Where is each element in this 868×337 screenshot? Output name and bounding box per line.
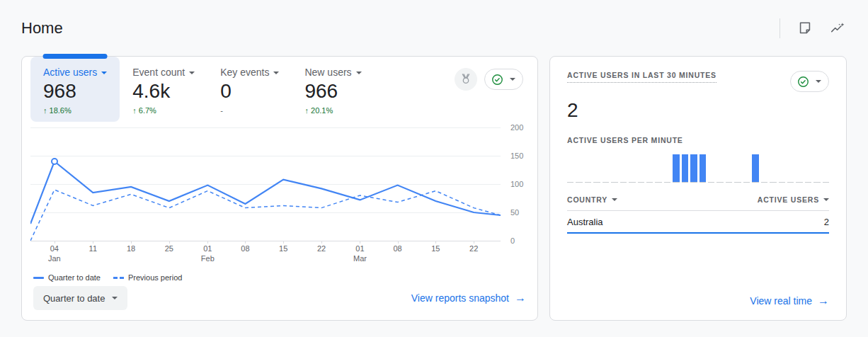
x-tick-label: 18 [127, 244, 135, 253]
x-tick-label: 11 [89, 244, 97, 253]
active-users-column-header[interactable]: ACTIVE USERS [758, 195, 829, 204]
header: Home [0, 0, 868, 44]
overview-card: Active users968↑ 18.6%Event count4.6k↑ 6… [21, 56, 538, 321]
y-tick-0: 0 [510, 236, 515, 245]
series-dashed [30, 190, 501, 241]
minute-slot-23 [770, 154, 776, 183]
x-tick-text: 22 [469, 244, 478, 253]
metric-label: Key events [220, 67, 279, 78]
active-users-chart: 200150100500 04Jan11182501Feb08152201Mar… [30, 127, 527, 282]
chevron-down-icon [112, 297, 118, 302]
minute-bar [673, 154, 679, 182]
x-tick-text: 15 [279, 244, 287, 253]
view-real-time-link[interactable]: View real time→ [750, 295, 829, 307]
minute-slot-3 [593, 154, 600, 183]
legend-label: Previous period [128, 273, 182, 282]
table-row: Australia2 [567, 211, 829, 234]
minute-slot-19 [734, 154, 741, 183]
x-tick-text: 08 [241, 244, 249, 253]
x-tick-label: 01Feb [201, 244, 215, 264]
data-point-marker [51, 158, 58, 165]
minute-slot-29 [823, 154, 829, 183]
x-tick-text: 01 [353, 244, 367, 253]
metric-label: Event count [132, 67, 195, 78]
series-solid [30, 161, 501, 224]
check-circle-icon [796, 75, 810, 88]
country-row: Australia2 [567, 211, 829, 232]
minute-slot-26 [796, 154, 802, 183]
arrow-right-icon: → [818, 295, 829, 307]
minute-bar [699, 154, 706, 182]
data-quality-button[interactable] [484, 69, 523, 90]
realtime-card: ACTIVE USERS IN LAST 30 MINUTES 2 ACTIVE… [549, 56, 847, 321]
solid-line-swatch [33, 277, 44, 279]
minute-slot-17 [716, 154, 723, 183]
chevron-down-icon [189, 72, 195, 77]
minute-slot-8 [638, 154, 644, 183]
x-tick-text: 01 [201, 244, 215, 253]
active-users-30min-value: 2 [567, 99, 829, 122]
metric-card-event-count[interactable]: Event count4.6k↑ 6.7% [120, 57, 207, 122]
minute-slot-0 [567, 154, 573, 183]
view-reports-snapshot-link[interactable]: View reports snapshot→ [411, 292, 526, 304]
insights-icon[interactable] [828, 19, 847, 38]
x-tick-text: 18 [127, 244, 135, 253]
metric-delta: - [220, 106, 279, 115]
minute-slot-15 [699, 154, 706, 183]
y-tick-50: 50 [510, 208, 519, 217]
legend-item-solid: Quarter to date [33, 273, 101, 282]
x-tick-label: 22 [469, 244, 478, 253]
per-minute-label: ACTIVE USERS PER MINUTE [567, 136, 829, 144]
x-tick-text: 04 [48, 244, 61, 253]
x-tick-label: 15 [279, 244, 287, 253]
x-tick-text: 08 [393, 244, 401, 253]
minute-slot-27 [805, 154, 811, 183]
x-tick-label: 04Jan [48, 244, 61, 264]
minute-slot-11 [664, 154, 670, 183]
minute-slot-13 [682, 154, 688, 183]
minute-slot-20 [743, 154, 750, 183]
minute-slot-9 [646, 154, 653, 183]
minute-slot-5 [611, 154, 617, 183]
minute-slot-16 [708, 154, 714, 183]
x-tick-label: 22 [317, 244, 326, 253]
legend-item-dashed: Previous period [113, 273, 182, 282]
metric-label: Active users [43, 67, 107, 78]
x-tick-text: Mar [353, 253, 367, 263]
country-column-header[interactable]: COUNTRY [567, 195, 617, 204]
minute-slot-2 [585, 154, 591, 183]
chevron-down-icon [510, 78, 515, 84]
country-row-bar [567, 232, 829, 234]
x-tick-text: 11 [89, 244, 97, 253]
home-dashboard: Active users968↑ 18.6%Event count4.6k↑ 6… [0, 44, 868, 321]
x-tick-label: 25 [165, 244, 173, 253]
minute-slot-7 [629, 154, 635, 183]
country-name: Australia [567, 217, 603, 227]
minute-slot-14 [690, 154, 697, 183]
country-active-users: 2 [824, 217, 829, 227]
metric-card-key-events[interactable]: Key events0- [207, 57, 292, 122]
minute-bar [752, 154, 758, 182]
y-tick-100: 100 [510, 180, 523, 188]
minute-slot-22 [761, 154, 767, 183]
notes-icon[interactable] [796, 19, 814, 38]
metric-card-active-users[interactable]: Active users968↑ 18.6% [30, 57, 120, 122]
data-quality-button[interactable] [790, 71, 829, 92]
chevron-down-icon [356, 72, 362, 77]
y-axis-labels: 200150100500 [501, 127, 527, 241]
chevron-down-icon [612, 198, 617, 204]
x-tick-text: Jan [48, 253, 61, 263]
realtime-country-table: COUNTRY ACTIVE USERS Australia2 [567, 195, 829, 234]
date-range-button[interactable]: Quarter to date [33, 286, 127, 310]
benchmark-medal-icon[interactable] [455, 68, 477, 91]
chart-legend: Quarter to datePrevious period [33, 273, 527, 282]
metric-card-new-users[interactable]: New users966↑ 20.1% [292, 57, 374, 122]
line-chart-plot [30, 127, 501, 241]
minute-slot-18 [726, 154, 732, 183]
metric-selector-group: Active users968↑ 18.6%Event count4.6k↑ 6… [30, 57, 375, 122]
minute-slot-12 [673, 154, 679, 183]
dashed-line-swatch [113, 277, 124, 279]
metric-value: 4.6k [132, 80, 195, 103]
metric-delta: ↑ 18.6% [43, 106, 107, 115]
metric-value: 966 [304, 80, 361, 103]
